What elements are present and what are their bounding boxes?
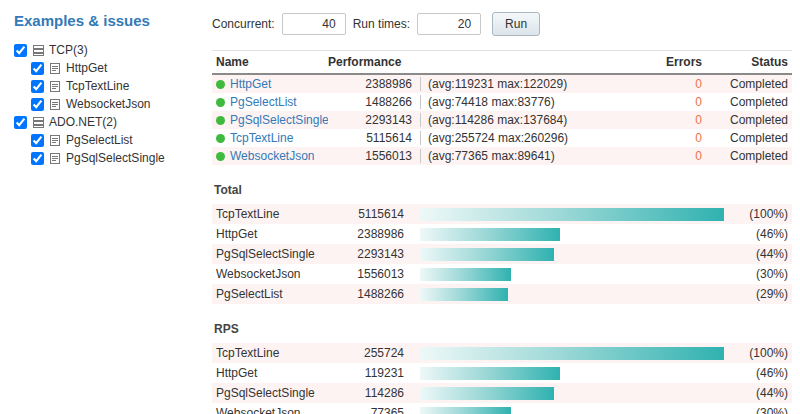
bar [420, 228, 560, 241]
status-dot-icon [216, 152, 225, 161]
tree-item-websocketjson[interactable]: WebsocketJson [31, 97, 190, 111]
table-row: HttpGet 2388986 (avg:119231 max:122029) … [212, 75, 792, 93]
tcptextline-checkbox[interactable] [31, 80, 44, 93]
bar-value: 114286 [326, 386, 414, 400]
performance-value: 2388986 [328, 77, 420, 91]
performance-value: 5115614 [328, 131, 420, 145]
bar-value: 77365 [326, 406, 414, 414]
tree-label-pgsqlselectsingle[interactable]: PgSqlSelectSingle [66, 151, 165, 165]
bar-label: PgSqlSelectSingle [216, 386, 326, 400]
bar-percent: (46%) [730, 366, 788, 380]
tree-label-tcp[interactable]: TCP(3) [49, 43, 88, 57]
tree-item-adonet[interactable]: ADO.NET(2) [14, 115, 190, 129]
bar-percent: (29%) [730, 287, 788, 301]
chart-title-rps: RPS [214, 322, 792, 336]
rps-chart: RPS TcpTextLine 255724 (100%) HttpGet 11… [212, 322, 792, 414]
main-content: Concurrent: Run times: Run Name Performa… [196, 0, 800, 414]
tree-group-tcp: TCP(3) HttpGet Tc [14, 43, 190, 111]
bar-percent: (30%) [730, 406, 788, 414]
concurrent-input[interactable] [282, 13, 346, 35]
status-value: Completed [702, 95, 788, 109]
bar-value: 1556013 [326, 267, 414, 281]
server-group-icon [31, 43, 45, 57]
bar-label: WebsocketJson [216, 406, 326, 414]
bar-track [420, 288, 724, 301]
bar [420, 387, 554, 400]
performance-detail: (avg:77365 max:89641) [420, 149, 650, 163]
test-name-link[interactable]: TcpTextLine [230, 131, 293, 145]
bar [420, 268, 511, 281]
bar-track [420, 367, 724, 380]
bar-track [420, 407, 724, 414]
performance-detail: (avg:114286 max:137684) [420, 113, 650, 127]
errors-value: 0 [650, 149, 702, 163]
results-table-header: Name Performance Errors Status [212, 50, 792, 75]
errors-value: 0 [650, 95, 702, 109]
performance-value: 2293143 [328, 113, 420, 127]
performance-value: 1556013 [328, 149, 420, 163]
performance-detail: (avg:119231 max:122029) [420, 77, 650, 91]
sidebar-title: Examples & issues [14, 12, 190, 29]
httpget-checkbox[interactable] [31, 62, 44, 75]
bar-value: 2388986 [326, 227, 414, 241]
test-name-link[interactable]: WebsocketJson [230, 149, 315, 163]
bar-label: TcpTextLine [216, 207, 326, 221]
tree-item-tcptextline[interactable]: TcpTextLine [31, 79, 190, 93]
status-dot-icon [216, 134, 225, 143]
table-row: PgSelectList 1488266 (avg:74418 max:8377… [212, 93, 792, 111]
bar-percent: (46%) [730, 227, 788, 241]
errors-value: 0 [650, 131, 702, 145]
bar [420, 208, 724, 221]
bar-label: WebsocketJson [216, 267, 326, 281]
tree-label-pgselectlist[interactable]: PgSelectList [66, 133, 133, 147]
test-file-icon [48, 133, 62, 147]
performance-detail: (avg:255724 max:260296) [420, 131, 650, 145]
tree-label-websocketjson[interactable]: WebsocketJson [66, 97, 151, 111]
errors-value: 0 [650, 113, 702, 127]
bar-value: 2293143 [326, 247, 414, 261]
test-name-link[interactable]: HttpGet [230, 77, 271, 91]
tree-item-pgselectlist[interactable]: PgSelectList [31, 133, 190, 147]
tree-label-adonet[interactable]: ADO.NET(2) [49, 115, 117, 129]
chart-row: TcpTextLine 5115614 (100%) [212, 204, 792, 224]
bar-track [420, 208, 724, 221]
chart-row: PgSqlSelectSingle 2293143 (44%) [212, 244, 792, 264]
websocketjson-checkbox[interactable] [31, 98, 44, 111]
bar-percent: (30%) [730, 267, 788, 281]
header-status: Status [702, 55, 788, 69]
total-chart: Total TcpTextLine 5115614 (100%) HttpGet… [212, 183, 792, 304]
bar-label: TcpTextLine [216, 346, 326, 360]
errors-value: 0 [650, 77, 702, 91]
test-name-link[interactable]: PgSqlSelectSingle [230, 113, 328, 127]
status-dot-icon [216, 116, 225, 125]
bar-value: 255724 [326, 346, 414, 360]
bar [420, 288, 508, 301]
bar-percent: (44%) [730, 247, 788, 261]
header-errors: Errors [650, 55, 702, 69]
examples-tree: TCP(3) HttpGet Tc [14, 43, 190, 165]
app: Examples & issues TCP(3) [0, 0, 800, 414]
chart-row: PgSelectList 1488266 (29%) [212, 284, 792, 304]
adonet-checkbox[interactable] [14, 116, 27, 129]
tree-label-tcptextline[interactable]: TcpTextLine [66, 79, 129, 93]
tree-item-tcp[interactable]: TCP(3) [14, 43, 190, 57]
run-times-label: Run times: [353, 17, 410, 31]
tree-label-httpget[interactable]: HttpGet [66, 61, 107, 75]
pgselectlist-checkbox[interactable] [31, 134, 44, 147]
run-button[interactable]: Run [492, 12, 540, 36]
bar-track [420, 248, 724, 261]
test-name-link[interactable]: PgSelectList [230, 95, 297, 109]
status-dot-icon [216, 98, 225, 107]
pgsqlselectsingle-checkbox[interactable] [31, 152, 44, 165]
bar-track [420, 268, 724, 281]
bar-value: 119231 [326, 366, 414, 380]
chart-row: WebsocketJson 77365 (30%) [212, 403, 792, 414]
bar-value: 1488266 [326, 287, 414, 301]
chart-row: PgSqlSelectSingle 114286 (44%) [212, 383, 792, 403]
tcp-checkbox[interactable] [14, 44, 27, 57]
run-times-input[interactable] [417, 13, 481, 35]
tree-item-httpget[interactable]: HttpGet [31, 61, 190, 75]
results-table: Name Performance Errors Status HttpGet 2… [212, 50, 792, 165]
tree-item-pgsqlselectsingle[interactable]: PgSqlSelectSingle [31, 151, 190, 165]
chart-row: HttpGet 119231 (46%) [212, 363, 792, 383]
